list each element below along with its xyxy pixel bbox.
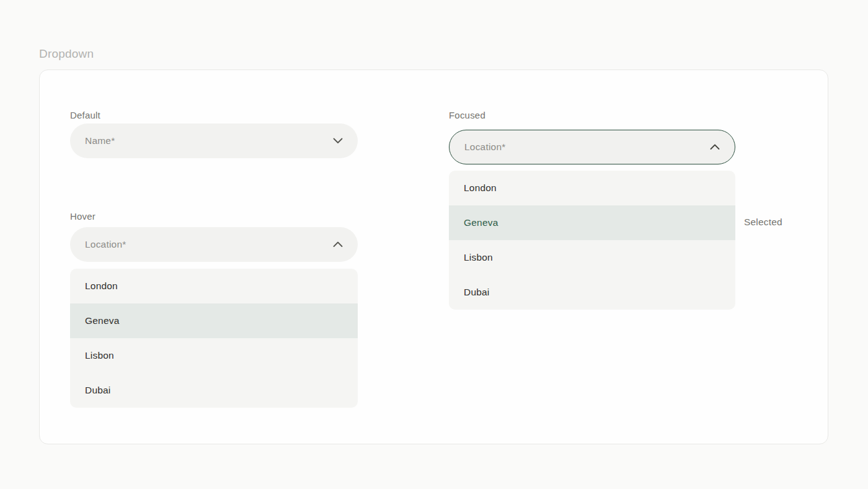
- section-label-focused: Focused: [449, 110, 485, 120]
- dropdown-placeholder: Location*: [464, 141, 710, 153]
- option-london[interactable]: London: [70, 269, 358, 303]
- chevron-up-icon: [710, 144, 720, 150]
- option-dubai[interactable]: Dubai: [70, 373, 358, 408]
- selected-annotation: Selected: [744, 217, 782, 228]
- option-dubai[interactable]: Dubai: [449, 275, 735, 310]
- section-label-hover: Hover: [70, 211, 95, 222]
- chevron-up-icon: [333, 241, 343, 248]
- section-label-default: Default: [70, 110, 100, 120]
- dropdown-option-list-focused: London Geneva Lisbon Dubai: [449, 171, 735, 310]
- dropdown-placeholder: Location*: [85, 239, 333, 250]
- page-title: Dropdown: [39, 47, 94, 61]
- option-lisbon[interactable]: Lisbon: [70, 338, 358, 373]
- chevron-down-icon: [333, 138, 343, 144]
- dropdown-trigger-focused[interactable]: Location*: [449, 130, 735, 164]
- dropdown-trigger-default[interactable]: Name*: [70, 123, 358, 158]
- dropdown-placeholder: Name*: [85, 135, 333, 146]
- option-london[interactable]: London: [449, 171, 735, 205]
- dropdown-option-list-hover: London Geneva Lisbon Dubai: [70, 269, 358, 408]
- option-geneva[interactable]: Geneva: [70, 303, 358, 338]
- dropdown-docs-page: Dropdown Default Name* Hover Location* L…: [0, 0, 868, 489]
- option-geneva[interactable]: Geneva: [449, 205, 735, 240]
- option-lisbon[interactable]: Lisbon: [449, 240, 735, 275]
- dropdown-trigger-hover[interactable]: Location*: [70, 227, 358, 262]
